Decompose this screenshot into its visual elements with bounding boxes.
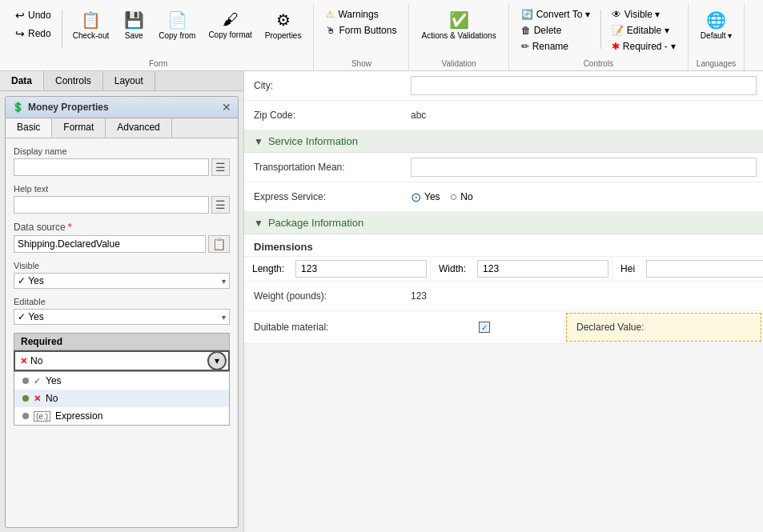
visible-field: Visible ✓ Yes ▾ bbox=[14, 261, 230, 289]
properties-label: Properties bbox=[265, 31, 302, 40]
display-name-label: Display name bbox=[14, 146, 230, 156]
required-selected-label: No bbox=[30, 355, 42, 366]
required-dropdown[interactable]: ✕ No ▾ bbox=[14, 350, 230, 371]
actions-button[interactable]: ✅ Actions & Validations bbox=[416, 6, 501, 44]
ribbon-group-validation: ✅ Actions & Validations Validation bbox=[409, 3, 508, 70]
city-row: City: bbox=[244, 71, 763, 101]
required-option-no[interactable]: ✕ No bbox=[14, 390, 229, 407]
declared-value-label: Declared Value: bbox=[566, 313, 761, 342]
ribbon-group-languages: 🌐 Default ▾ Languages bbox=[689, 3, 745, 70]
editable-button[interactable]: 📝 Editable ▾ bbox=[606, 22, 681, 38]
transportation-input[interactable] bbox=[411, 158, 757, 177]
option-expression-label: Expression bbox=[55, 410, 102, 422]
duitable-label: Duitable material: bbox=[244, 313, 404, 342]
panel-tab-controls[interactable]: Controls bbox=[44, 71, 103, 90]
props-tab-advanced[interactable]: Advanced bbox=[106, 118, 171, 138]
express-radio-group: ⊙ Yes ○ No bbox=[411, 190, 473, 205]
warnings-button[interactable]: ⚠ Warnings bbox=[320, 6, 402, 22]
checkout-button[interactable]: 📋 Check-out bbox=[67, 6, 115, 44]
required-arrow-button[interactable]: ▾ bbox=[207, 351, 227, 370]
transportation-label: Transportation Mean: bbox=[244, 153, 404, 182]
save-button[interactable]: 💾 Save bbox=[116, 6, 151, 44]
visible-button[interactable]: 👁 Visible ▾ bbox=[606, 6, 681, 22]
props-tab-format[interactable]: Format bbox=[52, 118, 106, 138]
express-no-option[interactable]: ○ No bbox=[450, 190, 473, 204]
package-info-header[interactable]: ▼ Package Information bbox=[244, 212, 763, 234]
props-title-text: Money Properties bbox=[28, 102, 109, 113]
data-source-row: 📋 bbox=[14, 235, 230, 253]
length-input[interactable] bbox=[295, 260, 427, 278]
panel-tab-data[interactable]: Data bbox=[0, 71, 44, 90]
copyformat-button[interactable]: 🖌 Copy format bbox=[203, 6, 257, 43]
help-text-input[interactable] bbox=[14, 196, 209, 214]
help-text-translate-button[interactable]: ☰ bbox=[211, 196, 230, 214]
redo-button[interactable]: ↪ Redo bbox=[10, 25, 57, 42]
copyfrom-button[interactable]: 📄 Copy from bbox=[153, 6, 201, 44]
rename-button[interactable]: ✏ Rename bbox=[516, 38, 596, 54]
convertto-button[interactable]: 🔄 Convert To ▾ bbox=[516, 6, 596, 22]
width-input[interactable] bbox=[477, 260, 608, 278]
panel-tab-layout[interactable]: Layout bbox=[103, 71, 155, 90]
formbuttons-label: Form Buttons bbox=[339, 25, 396, 36]
editable-icon: 📝 bbox=[612, 25, 624, 36]
visible-select[interactable]: ✓ Yes ▾ bbox=[14, 273, 230, 289]
editable-field: Editable ✓ Yes ▾ bbox=[14, 297, 230, 325]
display-name-translate-button[interactable]: ☰ bbox=[211, 158, 230, 176]
package-info-section: ▼ Package Information Dimensions Length:… bbox=[244, 212, 763, 344]
data-source-input[interactable] bbox=[14, 235, 206, 253]
required-option-yes[interactable]: ✓ Yes bbox=[14, 372, 229, 390]
express-yes-option[interactable]: ⊙ Yes bbox=[411, 190, 440, 205]
copyfrom-label: Copy from bbox=[159, 31, 195, 40]
required-ribbon-button[interactable]: ✱ Required - ▾ bbox=[606, 38, 681, 54]
zipcode-label: Zip Code: bbox=[244, 101, 404, 130]
service-info-header[interactable]: ▼ Service Information bbox=[244, 130, 763, 153]
data-source-browse-button[interactable]: 📋 bbox=[208, 235, 230, 253]
help-text-row: ☰ bbox=[14, 196, 230, 214]
express-no-radio[interactable]: ○ bbox=[450, 190, 458, 204]
languages-group-label: Languages bbox=[697, 58, 737, 70]
visible-label: Visible ▾ bbox=[624, 9, 660, 20]
editable-select[interactable]: ✓ Yes ▾ bbox=[14, 309, 230, 325]
default-icon: 🌐 bbox=[706, 10, 726, 30]
duitable-checkbox[interactable]: ✓ bbox=[479, 322, 490, 333]
visible-value: Yes bbox=[28, 275, 44, 286]
option-no-label: No bbox=[46, 393, 58, 404]
visible-label: Visible bbox=[14, 261, 230, 270]
save-icon: 💾 bbox=[124, 10, 144, 30]
duitable-checkbox-cell: ✓ bbox=[411, 322, 557, 333]
ribbon-group-controls: 🔄 Convert To ▾ 🗑 Delete ✏ Rename bbox=[509, 3, 689, 70]
undo-button[interactable]: ↩ Undo bbox=[10, 6, 57, 24]
props-tab-basic[interactable]: Basic bbox=[6, 118, 52, 138]
rename-label: Rename bbox=[532, 41, 568, 52]
width-cell: Width: bbox=[431, 257, 612, 281]
props-close-button[interactable]: ✕ bbox=[222, 101, 231, 114]
material-declared-row: Duitable material: ✓ Declared Value: bbox=[244, 311, 763, 344]
actions-label: Actions & Validations bbox=[421, 31, 496, 40]
convertto-icon: 🔄 bbox=[521, 9, 533, 20]
express-yes-radio[interactable]: ⊙ bbox=[411, 190, 421, 205]
convertto-label: Convert To ▾ bbox=[536, 9, 590, 20]
show-group-label: Show bbox=[351, 58, 371, 70]
display-name-field: Display name ☰ bbox=[14, 146, 230, 176]
width-label: Width: bbox=[431, 258, 474, 279]
undo-icon: ↩ bbox=[15, 9, 25, 22]
ribbon-group-form: ↩ Undo ↪ Redo 📋 Check-out 💾 bbox=[3, 3, 314, 70]
delete-icon: 🗑 bbox=[521, 25, 531, 36]
props-title: 💲 Money Properties bbox=[12, 102, 109, 113]
delete-button[interactable]: 🗑 Delete bbox=[516, 22, 596, 38]
editable-label: Editable ▾ bbox=[627, 25, 669, 36]
display-name-input[interactable] bbox=[14, 158, 209, 176]
option-yes-label: Yes bbox=[46, 375, 62, 386]
properties-button[interactable]: ⚙ Properties bbox=[259, 6, 307, 44]
required-ribbon-label: Required - bbox=[623, 41, 668, 52]
required-current-value: ✕ No bbox=[15, 355, 206, 366]
x-no-icon: ✕ bbox=[34, 394, 41, 404]
formbuttons-icon: 🖱 bbox=[326, 25, 335, 36]
height-input[interactable] bbox=[646, 260, 763, 278]
required-option-expression[interactable]: (e.) Expression bbox=[14, 407, 229, 425]
panel-tabs: Data Controls Layout bbox=[0, 71, 243, 91]
formbuttons-button[interactable]: 🖱 Form Buttons bbox=[320, 22, 402, 38]
expr-icon: (e.) bbox=[34, 411, 50, 422]
default-button[interactable]: 🌐 Default ▾ bbox=[695, 6, 737, 44]
city-input[interactable] bbox=[411, 76, 757, 95]
